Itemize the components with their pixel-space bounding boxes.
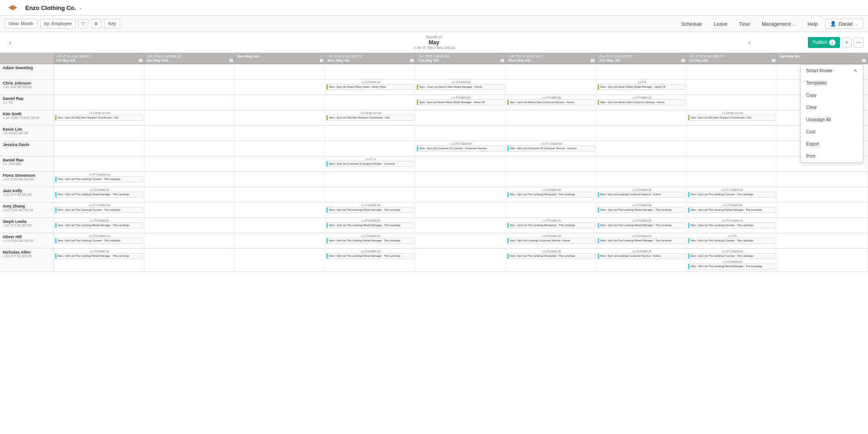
nav-schedule[interactable]: Schedule — [677, 19, 707, 28]
day-cell[interactable] — [235, 156, 326, 171]
day-cell[interactable]: ⚠1 ⏱7.6 $294.129am - 5pm (at The Landing… — [687, 187, 778, 202]
day-cell[interactable]: ⚠1 ⏱7.69am - 4pm (at Customer S) Support… — [326, 156, 416, 171]
employee-cell[interactable]: Steph Lewis⚠10 ⏱77 $1,925.00 — [0, 218, 54, 233]
day-cell[interactable]: ⚠1 ⏱8 $200.009am - 4pm (at The Landing) … — [597, 203, 687, 217]
day-cell[interactable] — [416, 172, 506, 187]
day-cell[interactable]: ⚠1 ⏱8 $290.259am - 5pm (at Landing) Cust… — [506, 233, 597, 248]
day-cell[interactable] — [54, 126, 145, 141]
day-cell[interactable]: ⚠1 ⏱8 $200.009pm - 11am (at Admin) 9am R… — [416, 80, 506, 94]
shift-card[interactable]: 9am - 5pm (at The Landing) Counter · The… — [688, 253, 776, 259]
day-header[interactable]: ⚠5 ⏱39.2 $2,269.73Fri May 8th▮▮ — [687, 53, 778, 64]
shift-card[interactable]: 9am - 5pm (at The Landing) Counter · The… — [688, 192, 776, 198]
day-cell[interactable] — [145, 172, 235, 187]
day-cell[interactable]: ⚠1 ⏱89am - 5pm (at The Landing) Counter … — [687, 233, 778, 248]
day-cell[interactable] — [326, 95, 416, 110]
shift-card[interactable]: 9am - 5pm (at Head Office) Retail Manage… — [417, 99, 505, 105]
day-cell[interactable]: ⚠1 ⏱8 $800.009am - 5pm (at Head Office) … — [416, 95, 506, 110]
day-cell[interactable]: ⚠1 ⏱8 $290.259am - 5pm (at Landing) Cust… — [597, 187, 687, 202]
next-month-button[interactable]: › — [748, 39, 750, 46]
shift-card[interactable]: 9am - 5pm (at The Landing) Counter · The… — [55, 238, 143, 244]
day-cell[interactable] — [416, 126, 506, 141]
day-cell[interactable] — [416, 156, 506, 171]
day-cell[interactable] — [778, 233, 868, 248]
dropdown-copy[interactable]: Copy — [801, 89, 863, 101]
day-cell[interactable]: ⚠1 ⏱8 $200.009am - 4pm (at The Landing) … — [326, 203, 416, 217]
day-header[interactable]: Sat May 9th▮▮ — [778, 53, 868, 64]
day-cell[interactable]: ⚠1 ⏱8 $1,417.009am - 5pm (at HQ) 9am Sup… — [687, 110, 778, 125]
dropdown-export[interactable]: Export — [801, 138, 863, 150]
day-cell[interactable] — [687, 172, 778, 187]
shift-card[interactable]: 9am - 5pm (at HQ) 9am Support Coordinato… — [326, 115, 415, 121]
day-cell[interactable] — [778, 203, 868, 217]
day-cell[interactable] — [597, 172, 687, 187]
shift-card[interactable]: 9am - 5pm (at Head Office) Sales · Head … — [326, 84, 415, 90]
day-cell[interactable] — [778, 172, 868, 187]
day-cell[interactable]: ⚠1 ⏱8 $800.009am - 5pm (at Admin) 9am Cu… — [506, 95, 597, 110]
day-cell[interactable] — [506, 64, 597, 79]
shift-card[interactable]: 9am - 5pm (at The Landing) Counter · The… — [688, 238, 776, 244]
day-cell[interactable]: ⚠1 ⏱7.6 $294.129am - 5pm (at The Landing… — [54, 172, 145, 187]
key-button[interactable]: Key — [104, 19, 120, 28]
day-header[interactable]: ⚠4 ⏱22.7 $810.54Tue May 5th▮▮ — [416, 53, 506, 64]
day-cell[interactable] — [778, 249, 868, 271]
day-cell[interactable] — [416, 64, 506, 79]
shift-card[interactable]: 9am - 4pm (at The Landing) Retail Manage… — [598, 207, 686, 213]
day-cell[interactable]: ⚠1 ⏱7.6 $294.129am - 5pm (at The Landing… — [687, 218, 778, 233]
nav-management[interactable]: Management ⌄ — [757, 19, 800, 28]
shift-card[interactable]: 9am - 5pm (at Admin) 9am Customer Servic… — [507, 99, 595, 105]
day-header[interactable]: ⚠5 ⏱39.4 $2,369.73Fri May 1st▮▮ — [54, 53, 145, 64]
day-cell[interactable]: ⚠1 ⏱8 $200.009am - 4pm (at The Landing) … — [54, 249, 145, 271]
employee-cell[interactable]: Nicholas Allen⚠10 ⏱77 $1,925.00 — [0, 249, 54, 271]
day-cell[interactable] — [235, 110, 326, 125]
day-cell[interactable] — [778, 187, 868, 202]
employee-cell[interactable]: Amy Zhang⚠13 ⏱102 $3,792.60 — [0, 203, 54, 217]
day-cell[interactable] — [416, 233, 506, 248]
day-cell[interactable] — [145, 187, 235, 202]
shift-card[interactable]: 9am - 5pm (at Landing) Customer Service … — [598, 192, 686, 198]
shift-card[interactable]: 9am - 5pm (at The Landing) Reception · T… — [507, 192, 595, 198]
employee-cell[interactable]: Daniel Rae⚠7 ⏱60.483 — [0, 156, 54, 171]
day-cell[interactable] — [54, 156, 145, 171]
day-cell[interactable] — [145, 203, 235, 217]
day-cell[interactable] — [597, 156, 687, 171]
day-header[interactable]: ⚠4 ⏱31.6 $1,373.07Wed May 6th▮▮ — [506, 53, 597, 64]
shift-card[interactable]: 9am - 5pm (at Head Office) Retail Manage… — [598, 84, 686, 90]
company-selector[interactable]: Enzo Clothing Co. ⌄ — [25, 5, 82, 11]
shift-card[interactable]: 9am - 5pm (at Customer S) Customer Servi… — [507, 146, 595, 151]
day-cell[interactable] — [145, 218, 235, 233]
shift-card[interactable]: 9am - 4pm (at The Landing) Retail Manage… — [598, 238, 686, 244]
day-cell[interactable] — [54, 64, 145, 79]
day-cell[interactable] — [145, 156, 235, 171]
shift-card[interactable]: 9am - 5pm (at Customer S) Counter · Cust… — [417, 146, 505, 151]
employee-cell[interactable]: Adam Sweeting — [0, 64, 54, 79]
day-cell[interactable]: ⚠1 ⏱8 $700.009am - 5pm (at Head Office) … — [326, 80, 416, 94]
day-cell[interactable] — [506, 172, 597, 187]
shift-card[interactable]: 9am - 5pm (at HQ) 9am Support Coordinato… — [688, 115, 776, 121]
shift-card[interactable]: 9pm - 11am (at Admin) 9am Retail Manager… — [417, 84, 505, 90]
day-cell[interactable]: ⚠1 ⏱7.6 $294.129am - 5pm (at The Landing… — [54, 233, 145, 248]
shift-card[interactable]: 9am - 4pm (at Customer S) Support Worker… — [326, 161, 415, 167]
shift-card[interactable]: 9am - 5pm (at The Landing) Counter · The… — [55, 176, 143, 182]
day-cell[interactable] — [687, 64, 778, 79]
day-cell[interactable] — [687, 95, 778, 110]
day-cell[interactable]: ⚠1 ⏱8 $200.009am - 4pm (at The Landing) … — [54, 187, 145, 202]
shift-card[interactable]: 9am - 4pm (at The Landing) Retail Manage… — [326, 253, 415, 259]
shift-card[interactable]: 9am - 5pm (at The Landing) Counter · The… — [688, 222, 776, 228]
employee-cell[interactable]: Jazz Kelly⚠10 ⏱77 $1,925.00 — [0, 187, 54, 202]
shift-card[interactable]: 9am - 4pm (at The Landing) Retail Manage… — [598, 222, 686, 228]
day-cell[interactable] — [235, 80, 326, 94]
day-header[interactable]: ⚠5 ⏱39.4 $2,369.73Mon May 4th▮▮ — [326, 53, 416, 64]
shift-card[interactable]: 9am - 5pm (at Landing) Customer Service … — [507, 238, 595, 244]
day-cell[interactable] — [235, 218, 326, 233]
settings-button[interactable]: ⚙ — [91, 19, 101, 28]
shift-card[interactable]: 9am - 5pm (at The Landing) Reception · T… — [507, 222, 595, 228]
filter-button[interactable]: ▽ — [78, 19, 88, 28]
day-cell[interactable] — [687, 80, 778, 94]
day-cell[interactable] — [597, 126, 687, 141]
day-cell[interactable] — [506, 203, 597, 217]
day-cell[interactable] — [778, 218, 868, 233]
day-cell[interactable] — [145, 64, 235, 79]
day-cell[interactable] — [145, 110, 235, 125]
employee-cell[interactable]: Kevin Lim⚠2 ⏱8 $1,407.00 — [0, 126, 54, 141]
day-cell[interactable] — [326, 126, 416, 141]
